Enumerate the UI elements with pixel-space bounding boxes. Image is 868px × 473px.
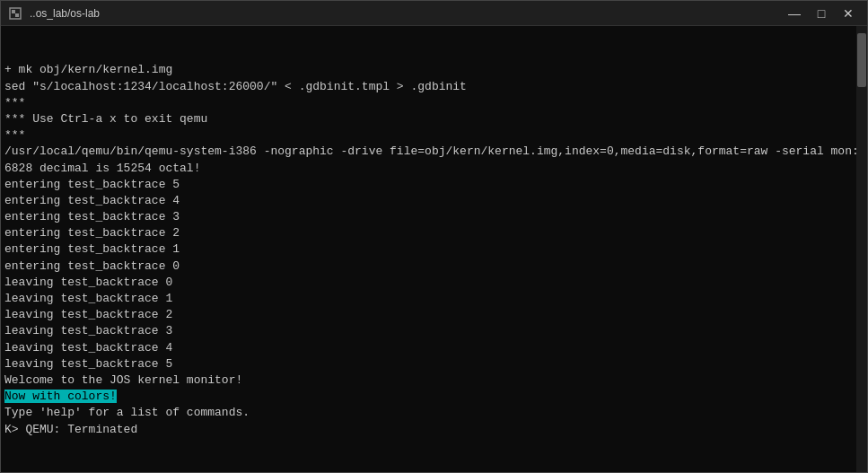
terminal-line: leaving test_backtrace 4 [4, 340, 867, 356]
title-bar-left: ..os_lab/os-lab [8, 6, 100, 21]
terminal-line: Welcome to the JOS kernel monitor! [4, 372, 867, 389]
terminal-line: Now with colors! [4, 389, 867, 405]
terminal-line: entering test_backtrace 5 [4, 177, 867, 193]
terminal-line: /usr/local/qemu/bin/qemu-system-i386 -no… [4, 144, 867, 160]
terminal-line: 6828 decimal is 15254 octal! [4, 161, 867, 177]
terminal-line: entering test_backtrace 0 [4, 258, 867, 275]
terminal-body: + mk obj/kern/kernel.imgsed "s/localhost… [1, 26, 867, 472]
svg-rect-2 [15, 13, 19, 17]
terminal-line: leaving test_backtrace 1 [4, 291, 867, 307]
highlighted-text: Now with colors! [4, 390, 117, 403]
terminal-line: entering test_backtrace 1 [4, 241, 867, 258]
scrollbar[interactable] [856, 26, 867, 472]
svg-rect-1 [12, 10, 15, 13]
terminal-window: ..os_lab/os-lab — □ ✕ + mk obj/kern/kern… [0, 0, 868, 473]
terminal-line: *** [4, 127, 867, 144]
window-title: ..os_lab/os-lab [30, 7, 100, 20]
terminal-line: leaving test_backtrace 3 [4, 323, 867, 339]
terminal-line: *** Use Ctrl-a x to exit qemu [4, 111, 867, 127]
window-controls: — □ ✕ [783, 5, 860, 22]
terminal-line: leaving test_backtrace 0 [4, 275, 867, 291]
terminal-line: entering test_backtrace 3 [4, 209, 867, 225]
maximize-button[interactable]: □ [810, 5, 833, 22]
window-icon [8, 6, 22, 21]
terminal-line: sed "s/localhost:1234/localhost:26000/" … [4, 79, 867, 95]
close-button[interactable]: ✕ [837, 5, 860, 22]
title-bar: ..os_lab/os-lab — □ ✕ [1, 1, 867, 26]
terminal-line: + mk obj/kern/kernel.img [4, 62, 867, 78]
terminal-line: entering test_backtrace 2 [4, 225, 867, 241]
terminal-content: + mk obj/kern/kernel.imgsed "s/localhost… [4, 30, 867, 438]
terminal-line: Type 'help' for a list of commands. [4, 405, 867, 421]
terminal-line: K> QEMU: Terminated [4, 422, 867, 438]
terminal-line: *** [4, 95, 867, 111]
terminal-line: leaving test_backtrace 5 [4, 356, 867, 372]
terminal-line: leaving test_backtrace 2 [4, 307, 867, 323]
terminal-line: entering test_backtrace 4 [4, 193, 867, 209]
minimize-button[interactable]: — [783, 5, 806, 22]
scrollbar-thumb[interactable] [857, 33, 866, 87]
